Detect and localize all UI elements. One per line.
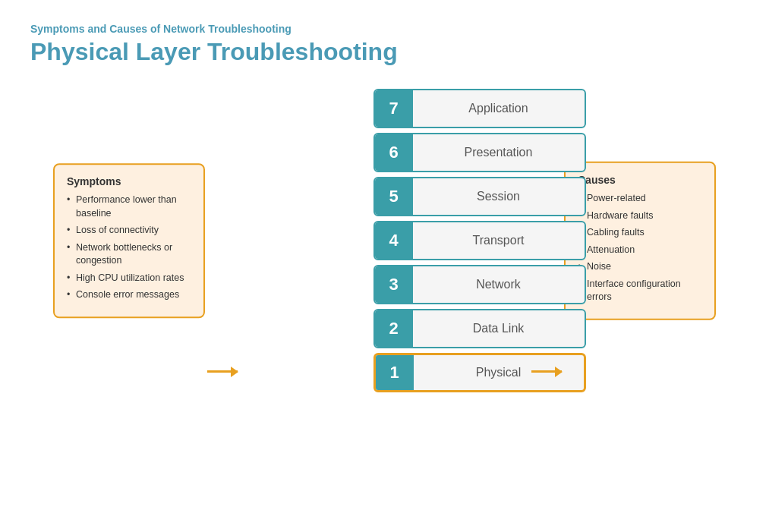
- cause-item: Noise: [578, 260, 702, 274]
- symptom-item: Loss of connectivity: [67, 224, 191, 238]
- layer-number-1: 1: [376, 355, 414, 390]
- left-arrow: [207, 370, 238, 373]
- osi-layer-3: 3Network: [373, 265, 586, 304]
- layer-name-2: Data Link: [413, 322, 585, 335]
- cause-item: Interface configuration errors: [578, 277, 702, 304]
- symptom-item: Network bottlenecks or congestion: [67, 241, 191, 268]
- layer-name-6: Presentation: [413, 146, 585, 159]
- symptom-item: High CPU utilization rates: [67, 272, 191, 285]
- left-arrow-container: [207, 370, 238, 373]
- cause-item: Hardware faults: [578, 209, 702, 222]
- osi-layer-1: 1Physical: [373, 353, 586, 392]
- layer-number-7: 7: [375, 90, 413, 127]
- layer-name-5: Session: [413, 190, 585, 203]
- symptom-item: Performance lower than baseline: [67, 194, 191, 220]
- cause-item: Power-related: [578, 192, 702, 206]
- cause-item: Cabling faults: [578, 226, 702, 240]
- layer-name-3: Network: [413, 278, 585, 291]
- osi-layer-4: 4Transport: [373, 221, 586, 260]
- subtitle: Symptoms and Causes of Network Troublesh…: [30, 23, 739, 35]
- right-arrow: [531, 370, 562, 373]
- right-arrow-container: [531, 370, 562, 373]
- osi-stack: 7Application6Presentation5Session4Transp…: [373, 89, 586, 392]
- layer-number-5: 5: [375, 178, 413, 215]
- causes-box: Causes Power-relatedHardware faultsCabli…: [564, 162, 716, 320]
- layer-name-4: Transport: [413, 234, 585, 247]
- page-container: Symptoms and Causes of Network Troublesh…: [0, 0, 769, 532]
- causes-title: Causes: [578, 174, 702, 186]
- layer-number-2: 2: [375, 310, 413, 347]
- layer-name-7: Application: [413, 102, 585, 115]
- layer-number-4: 4: [375, 222, 413, 259]
- symptom-item: Console error messages: [67, 288, 191, 302]
- symptoms-box: Symptoms Performance lower than baseline…: [53, 163, 205, 318]
- causes-list: Power-relatedHardware faultsCabling faul…: [578, 192, 702, 304]
- layer-number-6: 6: [375, 134, 413, 171]
- osi-layer-6: 6Presentation: [373, 133, 586, 172]
- osi-layer-2: 2Data Link: [373, 309, 586, 348]
- osi-layer-5: 5Session: [373, 177, 586, 216]
- symptoms-list: Performance lower than baselineLoss of c…: [67, 194, 191, 302]
- content-wrapper: Symptoms Performance lower than baseline…: [30, 89, 739, 392]
- layer-number-3: 3: [375, 266, 413, 303]
- cause-item: Attenuation: [578, 243, 702, 257]
- symptoms-title: Symptoms: [67, 175, 191, 187]
- page-title: Physical Layer Troubleshooting: [30, 38, 739, 66]
- osi-layer-7: 7Application: [373, 89, 586, 128]
